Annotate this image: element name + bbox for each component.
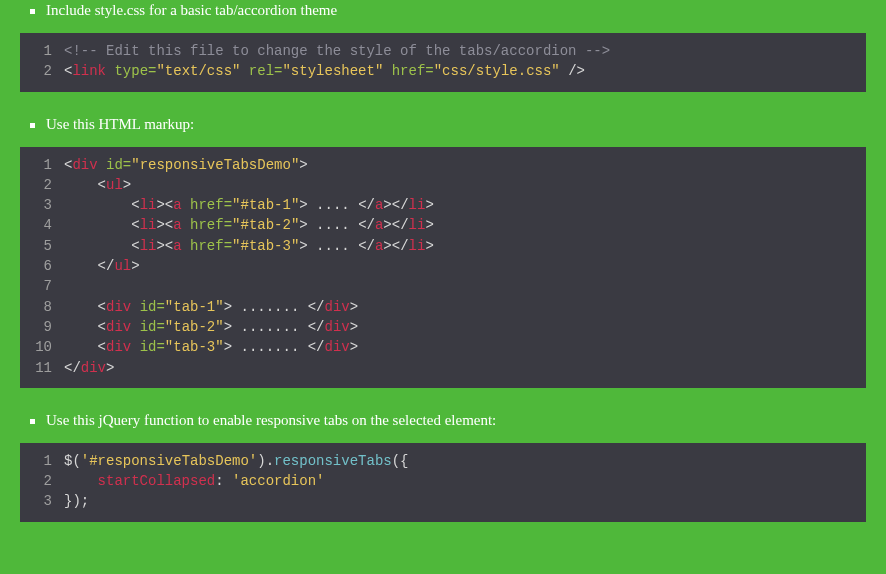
line-number: 4 (20, 215, 64, 235)
code-line: 1 <div id="responsiveTabsDemo"> (20, 155, 866, 175)
code-line: 5 <li><a href="#tab-3"> .... </a></li> (20, 236, 866, 256)
bullet-item: Use this jQuery function to enable respo… (20, 412, 866, 429)
code-block-2: 1 <div id="responsiveTabsDemo"> 2 <ul> 3… (20, 147, 866, 388)
line-number: 9 (20, 317, 64, 337)
code-content: }); (64, 491, 866, 511)
code-line: 9 <div id="tab-2"> ....... </div> (20, 317, 866, 337)
code-line: 7 (20, 276, 866, 296)
bullet-list: Use this HTML markup: (20, 116, 866, 133)
code-line: 1 $('#responsiveTabsDemo').responsiveTab… (20, 451, 866, 471)
line-number: 11 (20, 358, 64, 378)
line-number: 6 (20, 256, 64, 276)
line-number: 10 (20, 337, 64, 357)
code-line: 8 <div id="tab-1"> ....... </div> (20, 297, 866, 317)
code-line: 6 </ul> (20, 256, 866, 276)
code-line: 1 <!-- Edit this file to change the styl… (20, 41, 866, 61)
code-content: $('#responsiveTabsDemo').responsiveTabs(… (64, 451, 866, 471)
line-number: 5 (20, 236, 64, 256)
code-block-1: 1 <!-- Edit this file to change the styl… (20, 33, 866, 92)
code-content: <li><a href="#tab-2"> .... </a></li> (64, 215, 866, 235)
doc-page: Include style.css for a basic tab/accord… (0, 2, 886, 566)
code-content: <div id="responsiveTabsDemo"> (64, 155, 866, 175)
code-content: <ul> (64, 175, 866, 195)
code-block-3: 1 $('#responsiveTabsDemo').responsiveTab… (20, 443, 866, 522)
code-line: 2 startCollapsed: 'accordion' (20, 471, 866, 491)
bullet-text: Use this HTML markup: (46, 116, 194, 132)
code-content: <link type="text/css" rel="stylesheet" h… (64, 61, 866, 81)
bullet-text: Use this jQuery function to enable respo… (46, 412, 496, 428)
code-line: 3 <li><a href="#tab-1"> .... </a></li> (20, 195, 866, 215)
bullet-list: Include style.css for a basic tab/accord… (20, 2, 866, 19)
line-number: 3 (20, 491, 64, 511)
line-number: 8 (20, 297, 64, 317)
code-content: </div> (64, 358, 866, 378)
line-number: 2 (20, 175, 64, 195)
line-number: 3 (20, 195, 64, 215)
line-number: 1 (20, 41, 64, 61)
code-line: 4 <li><a href="#tab-2"> .... </a></li> (20, 215, 866, 235)
line-number: 1 (20, 451, 64, 471)
code-content: <div id="tab-1"> ....... </div> (64, 297, 866, 317)
code-comment: <!-- Edit this file to change the style … (64, 43, 610, 59)
code-content: <!-- Edit this file to change the style … (64, 41, 866, 61)
code-line: 2 <link type="text/css" rel="stylesheet"… (20, 61, 866, 81)
code-content: <li><a href="#tab-3"> .... </a></li> (64, 236, 866, 256)
code-content: <li><a href="#tab-1"> .... </a></li> (64, 195, 866, 215)
bullet-item: Use this HTML markup: (20, 116, 866, 133)
code-line: 2 <ul> (20, 175, 866, 195)
code-content: <div id="tab-2"> ....... </div> (64, 317, 866, 337)
line-number: 7 (20, 276, 64, 296)
code-line: 10 <div id="tab-3"> ....... </div> (20, 337, 866, 357)
bullet-list: Use this jQuery function to enable respo… (20, 412, 866, 429)
code-content (64, 276, 866, 296)
bullet-item: Include style.css for a basic tab/accord… (20, 2, 866, 19)
line-number: 1 (20, 155, 64, 175)
code-content: <div id="tab-3"> ....... </div> (64, 337, 866, 357)
code-content: </ul> (64, 256, 866, 276)
line-number: 2 (20, 61, 64, 81)
code-content: startCollapsed: 'accordion' (64, 471, 866, 491)
code-line: 11 </div> (20, 358, 866, 378)
line-number: 2 (20, 471, 64, 491)
bullet-text: Include style.css for a basic tab/accord… (46, 2, 337, 18)
code-line: 3 }); (20, 491, 866, 511)
